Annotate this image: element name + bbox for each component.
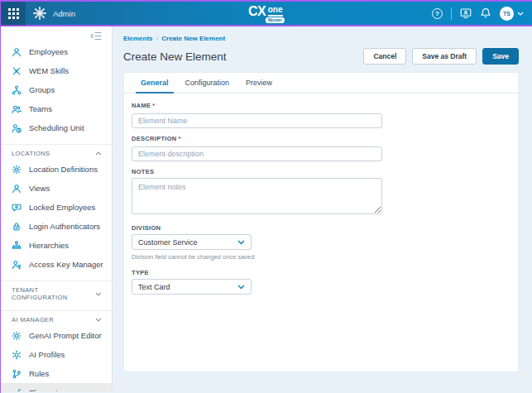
sidebar-item-rules[interactable]: Rules: [1, 364, 112, 383]
description-label: DESCRIPTION*: [132, 135, 510, 142]
header-separator: [451, 7, 452, 20]
cxone-logo: CX one Mpower: [248, 5, 285, 23]
top-header: Admin CX one Mpower ?: [1, 2, 532, 26]
sidebar-nav: EmployeesWEM SkillsGroupsTeamsScheduling…: [1, 42, 112, 391]
main-content: Elements › Create New Element Create New…: [113, 26, 532, 391]
logo-cx-text: CX: [248, 5, 266, 23]
sidebar-item-label: Groups: [29, 85, 55, 94]
app-window: Admin CX one Mpower ?: [0, 0, 532, 393]
bell-icon: [480, 7, 491, 19]
cancel-button[interactable]: Cancel: [363, 48, 406, 65]
sidebar-item-label: Access Key Manager: [29, 260, 103, 269]
sidebar-item-genai-prompt-editor[interactable]: GenAI Prompt Editor: [1, 326, 112, 345]
apps-grid-button[interactable]: [1, 1, 26, 26]
sidebar-item-label: GenAI Prompt Editor: [29, 331, 102, 340]
admin-gear-icon: [33, 7, 46, 20]
help-button[interactable]: ?: [432, 8, 443, 19]
tab-general[interactable]: General: [132, 73, 177, 93]
chevron-down-icon: [95, 292, 102, 296]
description-input[interactable]: [132, 146, 382, 161]
notes-label: NOTES: [132, 168, 510, 175]
division-label: DIVISION: [132, 224, 510, 232]
sidebar-item-employees[interactable]: Employees: [1, 42, 112, 61]
breadcrumb-elements[interactable]: Elements: [123, 35, 153, 42]
chevron-down-icon: [237, 285, 245, 290]
tab-configuration[interactable]: Configuration: [177, 73, 238, 93]
sidebar-item-label: Teams: [29, 104, 52, 113]
sidebar-item-label: Hierarchies: [29, 241, 69, 250]
type-select-value: Text Card: [138, 283, 170, 291]
sidebar-item-label: Employees: [29, 47, 68, 56]
division-select-value: Customer Service: [138, 238, 198, 247]
header-right: ? TS: [432, 7, 532, 21]
name-label: NAME*: [132, 102, 510, 109]
user-menu[interactable]: TS: [500, 7, 524, 21]
sidebar-item-label: WEM Skills: [29, 66, 69, 75]
type-select[interactable]: Text Card: [132, 279, 252, 295]
sidebar-item-label: Location Definitions: [29, 165, 98, 174]
branch-icon: [12, 369, 22, 379]
key-icon: [12, 388, 22, 392]
sidebar-item-ai-profiles[interactable]: AI Profiles: [1, 345, 112, 364]
tree-icon: [12, 241, 22, 251]
sidebar-item-label: Views: [29, 184, 50, 193]
general-form: NAME* DESCRIPTION* NOTES DIVISION: [124, 93, 518, 295]
app-name: Admin: [53, 9, 75, 18]
sidebar-item-teams[interactable]: Teams: [1, 99, 112, 118]
sidebar-item-label: Elements: [29, 388, 62, 391]
sidebar-collapse-icon[interactable]: [90, 31, 102, 41]
save-button[interactable]: Save: [482, 48, 519, 65]
breadcrumb-current[interactable]: Create New Element: [161, 35, 225, 42]
header-left: Admin: [1, 2, 75, 25]
sidebar-item-location-definitions[interactable]: Location Definitions: [1, 160, 112, 179]
sidebar-section-locations[interactable]: LOCATIONS: [1, 144, 112, 160]
sidebar-item-label: Locked Employees: [29, 203, 95, 212]
agent-monitor-button[interactable]: [460, 7, 472, 19]
logo-one-text: one: [268, 6, 283, 17]
sidebar-item-locked-employees[interactable]: Locked Employees: [1, 198, 112, 217]
sidebar-item-hierarchies[interactable]: Hierarchies: [1, 236, 112, 255]
logo-badge: Mpower: [266, 17, 285, 23]
sidebar-item-views[interactable]: Views: [1, 179, 112, 198]
required-asterisk: *: [179, 135, 181, 142]
tab-preview[interactable]: Preview: [237, 73, 280, 93]
sidebar-item-scheduling-unit[interactable]: Scheduling Unit: [1, 118, 112, 137]
notifications-button[interactable]: [480, 7, 491, 19]
agent-monitor-icon: [460, 7, 472, 19]
avatar: TS: [500, 7, 514, 21]
apps-grid-icon: [8, 8, 19, 19]
sidebar-item-access-key-manager[interactable]: Access Key Manager: [1, 255, 112, 274]
org-icon: [12, 85, 22, 95]
sidebar-item-elements[interactable]: Elements: [1, 383, 112, 391]
type-label: TYPE: [132, 269, 510, 276]
tabs: GeneralConfigurationPreview: [124, 73, 518, 93]
sidebar-item-login-authenticators[interactable]: Login Authenticators: [1, 217, 112, 236]
lock-check-icon: [12, 222, 22, 232]
chevron-down-icon: [95, 318, 102, 322]
sidebar-item-wem-skills[interactable]: WEM Skills: [1, 61, 112, 80]
person-icon: [12, 184, 22, 194]
save-as-draft-button[interactable]: Save as Draft: [412, 48, 477, 65]
sidebar-item-label: Rules: [29, 369, 49, 378]
chevron-down-icon: [517, 12, 524, 16]
sidebar-section-tenant-configuration[interactable]: TENANT CONFIGURATION: [1, 280, 112, 304]
name-input[interactable]: [132, 113, 382, 128]
page-title: Create New Element: [123, 50, 227, 63]
notes-textarea[interactable]: [132, 178, 382, 214]
gear-dots-icon: [12, 350, 22, 360]
sidebar-item-groups[interactable]: Groups: [1, 80, 112, 99]
gear-icon: [12, 331, 22, 341]
help-icon: ?: [432, 8, 443, 19]
person-key-icon: [12, 260, 22, 270]
division-help-text: Division field cannot be changed once sa…: [132, 253, 510, 261]
division-select[interactable]: Customer Service: [132, 234, 252, 250]
gear-icon: [12, 165, 22, 175]
required-asterisk: *: [152, 102, 155, 109]
sidebar-item-label: AI Profiles: [29, 350, 65, 359]
form-card: GeneralConfigurationPreview NAME* DESCRI…: [123, 72, 519, 372]
sidebar-section-ai-manager[interactable]: AI MANAGER: [1, 310, 112, 326]
person-icon: [12, 47, 22, 57]
action-buttons: CancelSave as DraftSave: [363, 48, 519, 65]
breadcrumb: Elements › Create New Element: [123, 35, 519, 42]
sidebar-item-label: Login Authenticators: [29, 222, 100, 231]
